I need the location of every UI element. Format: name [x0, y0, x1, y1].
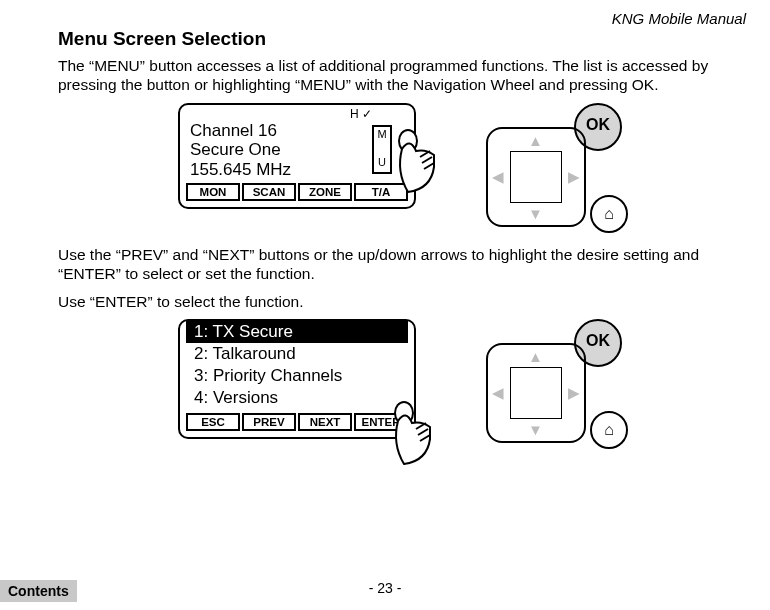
status-indicator: H ✓	[186, 107, 408, 121]
arrow-down-icon: ▼	[528, 206, 543, 221]
home-icon: ⌂	[604, 205, 614, 223]
arrow-down-icon: ▼	[528, 422, 543, 437]
softkey-row-2: ESC PREV NEXT ENTER	[186, 413, 408, 431]
arrow-right-icon: ▶	[568, 169, 580, 184]
arrow-up-icon: ▲	[528, 349, 543, 364]
nav-wheel-group-1: OK ▲ ▼ ◀ ▶ ⌂	[486, 103, 646, 233]
page-number: - 23 -	[0, 580, 770, 596]
home-icon: ⌂	[604, 421, 614, 439]
radio-display-1: H ✓ Channel 16 Secure One 155.645 MHz M …	[178, 103, 416, 210]
wheel-center	[510, 151, 562, 203]
softkey-prev[interactable]: PREV	[242, 413, 296, 431]
arrow-up-icon: ▲	[528, 133, 543, 148]
contents-link[interactable]: Contents	[0, 580, 77, 602]
softkey-esc[interactable]: ESC	[186, 413, 240, 431]
section-heading: Menu Screen Selection	[58, 28, 722, 50]
softkey-scan[interactable]: SCAN	[242, 183, 296, 201]
softkey-next[interactable]: NEXT	[298, 413, 352, 431]
figure-2-row: 1: TX Secure 2: Talkaround 3: Priority C…	[178, 319, 722, 449]
wheel-center	[510, 367, 562, 419]
navigation-wheel[interactable]: ▲ ▼ ◀ ▶	[486, 343, 586, 443]
radio-display-2: 1: TX Secure 2: Talkaround 3: Priority C…	[178, 319, 416, 439]
menu-item-talkaround[interactable]: 2: Talkaround	[186, 343, 408, 365]
menu-item-tx-secure[interactable]: 1: TX Secure	[186, 321, 408, 343]
figure-1-row: H ✓ Channel 16 Secure One 155.645 MHz M …	[178, 103, 722, 233]
nav-wheel-group-2: OK ▲ ▼ ◀ ▶ ⌂	[486, 319, 646, 449]
finger-press-icon	[382, 399, 432, 469]
softkey-zone[interactable]: ZONE	[298, 183, 352, 201]
menu-item-priority[interactable]: 3: Priority Channels	[186, 365, 408, 387]
paragraph-3: Use “ENTER” to select the function.	[58, 292, 722, 311]
home-button[interactable]: ⌂	[590, 411, 628, 449]
menu-list: 1: TX Secure 2: Talkaround 3: Priority C…	[186, 321, 408, 409]
manual-title: KNG Mobile Manual	[612, 10, 746, 27]
arrow-left-icon: ◀	[492, 385, 504, 400]
page-content: Menu Screen Selection The “MENU” button …	[0, 0, 770, 449]
menu-item-versions[interactable]: 4: Versions	[186, 387, 408, 409]
navigation-wheel[interactable]: ▲ ▼ ◀ ▶	[486, 127, 586, 227]
finger-press-icon	[386, 127, 436, 197]
arrow-right-icon: ▶	[568, 385, 580, 400]
home-button[interactable]: ⌂	[590, 195, 628, 233]
arrow-left-icon: ◀	[492, 169, 504, 184]
softkey-row-1: MON SCAN ZONE T/A	[186, 183, 408, 201]
softkey-mon[interactable]: MON	[186, 183, 240, 201]
paragraph-1: The “MENU” button accesses a list of add…	[58, 56, 722, 95]
paragraph-2: Use the “PREV” and “NEXT” buttons or the…	[58, 245, 722, 284]
